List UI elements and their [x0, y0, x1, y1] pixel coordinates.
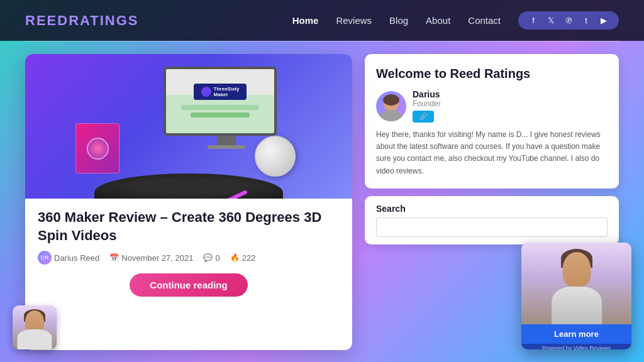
- article-date: November 27, 2021: [121, 253, 193, 263]
- welcome-description: Hey there, thanks for visiting! My name …: [376, 129, 608, 177]
- comment-icon: 💬: [203, 253, 213, 262]
- main-article-card: ThreeSixtyMaker: [25, 54, 352, 350]
- video-popup[interactable]: Learn more Powered by Video Reviews: [521, 243, 631, 349]
- link-icon: 🔗: [419, 112, 428, 121]
- avatar-svg: [376, 91, 406, 121]
- article-meta: DR Darius Reed 📅 November 27, 2021 💬 0 🔥…: [38, 251, 340, 265]
- screen-content: ThreeSixtyMaker: [166, 69, 274, 133]
- product-box: [75, 123, 126, 180]
- article-body: 360 Maker Review – Create 360 Degrees 3D…: [25, 199, 352, 304]
- video-person: [521, 243, 631, 324]
- views-meta: 🔥 222: [230, 253, 256, 263]
- welcome-title: Welcome to Reed Ratings: [376, 65, 608, 82]
- threesixty-logo: ThreeSixtyMaker: [194, 84, 247, 100]
- comments-meta: 💬 0: [203, 253, 219, 263]
- nav-blog[interactable]: Blog: [389, 15, 408, 26]
- learn-more-button[interactable]: Learn more: [521, 324, 631, 344]
- monitor-stand: [217, 136, 236, 145]
- main-nav: Home Reviews Blog About Contact f 𝕏 ℗ t …: [292, 11, 619, 30]
- screen-bar-2: [191, 112, 250, 118]
- camera-ball: [255, 136, 296, 177]
- header: ReedRatings Home Reviews Blog About Cont…: [0, 0, 644, 41]
- article-image: ThreeSixtyMaker: [25, 54, 352, 199]
- author-info: Darius Founder 🔗: [413, 89, 608, 123]
- nav-contact[interactable]: Contact: [468, 15, 501, 26]
- calendar-icon: 📅: [109, 253, 119, 262]
- pinterest-icon[interactable]: ℗: [562, 16, 575, 25]
- welcome-card: Welcome to Reed Ratings Darius Founder 🔗: [365, 54, 619, 189]
- nav-about[interactable]: About: [426, 15, 450, 26]
- fire-icon: 🔥: [230, 253, 240, 262]
- author-role: Founder: [413, 99, 608, 108]
- svg-point-2: [380, 110, 402, 121]
- views-count: 222: [242, 253, 256, 263]
- avatar-inner: [13, 305, 57, 349]
- box-circle: [87, 138, 109, 160]
- twitter-icon[interactable]: 𝕏: [545, 16, 557, 25]
- monitor-screen: ThreeSixtyMaker: [164, 67, 277, 136]
- search-card: Search: [365, 196, 619, 244]
- date-meta: 📅 November 27, 2021: [109, 253, 193, 263]
- continue-reading-button[interactable]: Continue reading: [130, 273, 247, 297]
- author-link-button[interactable]: 🔗: [413, 111, 434, 123]
- powered-by-label: Powered by Video Reviews: [521, 344, 631, 349]
- svg-point-3: [383, 94, 399, 106]
- article-title: 360 Maker Review – Create 360 Degrees 3D…: [38, 209, 340, 244]
- person-body: [552, 287, 602, 324]
- screen-bar-1: [181, 105, 260, 110]
- author-avatar-large: [376, 91, 406, 121]
- video-popup-content: [521, 243, 631, 324]
- avatar-body: [18, 329, 52, 349]
- logo[interactable]: ReedRatings: [25, 13, 139, 29]
- author-name-sidebar: Darius: [413, 89, 608, 99]
- social-icons-group: f 𝕏 ℗ t ▶: [518, 11, 619, 30]
- facebook-icon[interactable]: f: [527, 16, 540, 25]
- author-row: Darius Founder 🔗: [376, 89, 608, 123]
- author-name: Darius Reed: [54, 253, 99, 263]
- logo-prefix: Reed: [25, 13, 69, 28]
- product-scene: ThreeSixtyMaker: [25, 54, 352, 199]
- box-face: [75, 123, 119, 173]
- search-label: Search: [376, 204, 608, 214]
- author-meta: DR Darius Reed: [38, 251, 99, 265]
- monitor-base: [208, 145, 245, 149]
- bottom-left-avatar: [13, 305, 57, 349]
- nav-reviews[interactable]: Reviews: [336, 15, 372, 26]
- person-head: [562, 252, 591, 287]
- nav-home[interactable]: Home: [292, 15, 319, 26]
- tumblr-icon[interactable]: t: [580, 16, 592, 25]
- search-input[interactable]: [376, 217, 608, 237]
- logo-circle: [201, 87, 211, 97]
- comments-count: 0: [215, 253, 219, 263]
- logo-suffix: Ratings: [69, 13, 138, 28]
- author-avatar-small: DR: [38, 251, 52, 265]
- product-name-screen: ThreeSixtyMaker: [214, 86, 240, 97]
- youtube-icon[interactable]: ▶: [597, 16, 610, 25]
